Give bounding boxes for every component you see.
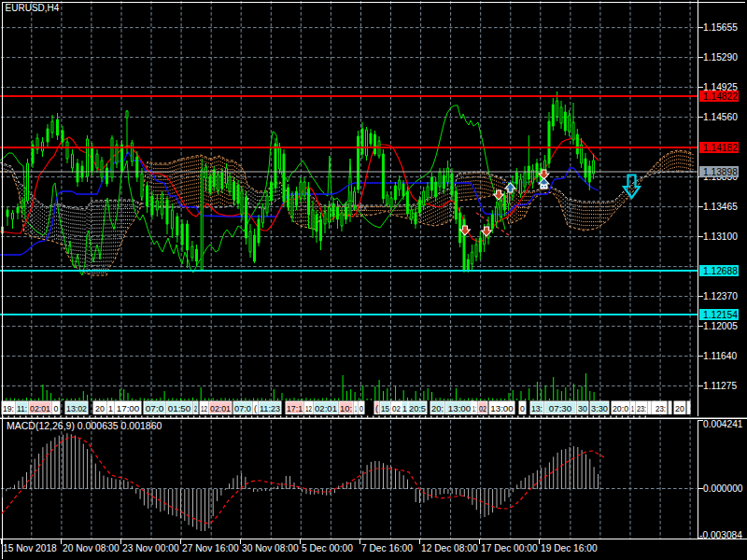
svg-text:MACD(12,26,9) 0.000635 0.00186: MACD(12,26,9) 0.000635 0.001860	[7, 420, 162, 431]
svg-text:7 Dec 16:00: 7 Dec 16:00	[361, 543, 413, 553]
svg-text:19 Dec 16:00: 19 Dec 16:00	[541, 543, 598, 553]
svg-text:17:00: 17:00	[117, 404, 140, 413]
svg-text:13:: 13:	[531, 404, 543, 413]
svg-text:07:0: 07:0	[146, 404, 164, 413]
svg-text:1: 1	[402, 404, 407, 413]
svg-text:1.13898: 1.13898	[703, 167, 738, 177]
svg-text:1.13465: 1.13465	[703, 202, 738, 212]
svg-text:1.14560: 1.14560	[703, 112, 738, 122]
svg-text:12: 12	[201, 404, 207, 413]
svg-text:20: 20	[95, 404, 105, 413]
svg-text:1.15290: 1.15290	[703, 52, 738, 63]
svg-text:1: 1	[108, 404, 113, 413]
svg-text:19:: 19:	[3, 404, 14, 413]
svg-text:20: 20	[675, 404, 684, 413]
svg-text:07:0: 07:0	[234, 404, 251, 413]
svg-text:02: 02	[392, 404, 401, 413]
svg-text:1.12154: 1.12154	[703, 310, 738, 320]
svg-text:0: 0	[520, 404, 525, 413]
svg-text:1.11640: 1.11640	[703, 351, 737, 361]
svg-text:02: 02	[479, 404, 486, 413]
svg-text:13:02: 13:02	[66, 404, 87, 413]
svg-text:-0.003084: -0.003084	[699, 530, 742, 540]
svg-text:20 Nov 08:00: 20 Nov 08:00	[63, 543, 120, 553]
svg-text:0.000000: 0.000000	[703, 483, 743, 494]
svg-text:1.13100: 1.13100	[703, 231, 738, 242]
svg-text:02:01: 02:01	[315, 404, 337, 413]
svg-text:30: 30	[578, 404, 587, 413]
svg-text:30 Nov 08:00: 30 Nov 08:00	[242, 543, 299, 553]
svg-text:1.12370: 1.12370	[703, 291, 738, 301]
svg-text:1.12005: 1.12005	[703, 321, 738, 331]
svg-text:1: 1	[355, 404, 357, 413]
svg-text:07:30: 07:30	[549, 404, 572, 413]
svg-text:10:: 10:	[340, 404, 352, 413]
svg-text:20:0: 20:0	[613, 404, 628, 413]
svg-text:2: 2	[194, 404, 197, 413]
svg-text:12 Dec 08:00: 12 Dec 08:00	[421, 543, 478, 553]
svg-text:13:00: 13:00	[490, 404, 514, 413]
svg-text:17:1: 17:1	[287, 404, 303, 413]
svg-text:23:: 23:	[637, 404, 646, 413]
svg-text:15: 15	[381, 404, 389, 413]
svg-text:17 Dec 00:00: 17 Dec 00:00	[481, 543, 538, 553]
svg-text:0.004241: 0.004241	[703, 419, 743, 429]
svg-text:01:50: 01:50	[168, 404, 191, 413]
svg-text:0: 0	[359, 404, 363, 413]
svg-text:23 Nov 00:00: 23 Nov 00:00	[122, 543, 179, 553]
svg-text:02:01: 02:01	[210, 404, 231, 413]
svg-text:11:23: 11:23	[260, 404, 280, 413]
svg-text:(: (	[375, 404, 378, 413]
svg-text:13:00: 13:00	[448, 404, 472, 413]
svg-text:0: 0	[54, 404, 59, 413]
svg-text:02:01: 02:01	[30, 404, 50, 413]
svg-text:20:: 20:	[431, 404, 444, 413]
svg-text:12: 12	[305, 404, 312, 413]
svg-text:1:: 1:	[472, 404, 476, 413]
svg-text:1.15655: 1.15655	[703, 22, 738, 33]
svg-text:27 Nov 16:00: 27 Nov 16:00	[182, 543, 239, 553]
svg-text:1: 1	[631, 404, 634, 413]
svg-text:23:: 23:	[655, 404, 666, 413]
svg-text:1.14822: 1.14822	[703, 91, 738, 102]
svg-text:(: (	[254, 404, 257, 413]
svg-text:1.12688: 1.12688	[703, 266, 738, 276]
svg-text:15 Nov 2018: 15 Nov 2018	[3, 543, 57, 553]
svg-text:11:: 11:	[17, 404, 27, 413]
svg-text:20:5: 20:5	[409, 404, 426, 413]
svg-text:EURUSD,H4: EURUSD,H4	[6, 3, 60, 13]
svg-text:1.11275: 1.11275	[703, 381, 737, 391]
svg-text:1.14182: 1.14182	[703, 143, 738, 153]
svg-text:3:30: 3:30	[591, 404, 608, 413]
svg-text:5 Dec 00:00: 5 Dec 00:00	[302, 543, 353, 553]
